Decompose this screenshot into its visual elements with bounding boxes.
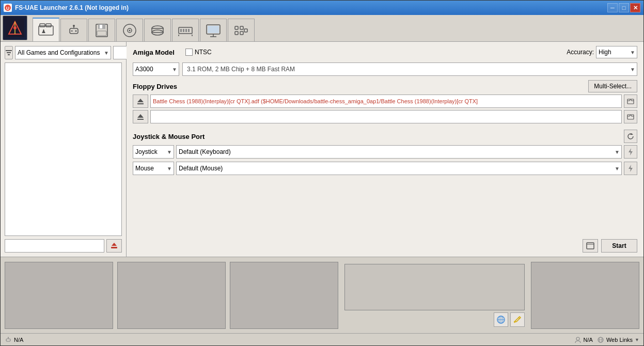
status-right-text: N/A — [584, 337, 593, 343]
main-window: U FS-UAE Launcher 2.6.1 (Not logged in) … — [0, 0, 644, 346]
port2-type-dropdown[interactable]: Joystick Mouse None — [133, 162, 174, 175]
window-title: FS-UAE Launcher 2.6.1 (Not logged in) — [15, 4, 129, 11]
multi-select-button[interactable]: Multi-Select... — [588, 80, 637, 92]
svg-rect-48 — [137, 103, 144, 104]
svg-rect-17 — [100, 25, 102, 28]
svg-marker-54 — [629, 148, 633, 155]
list-search-input[interactable] — [5, 239, 104, 253]
status-bar: N/A N/A Web Links ▼ — [1, 333, 643, 345]
web-links-status[interactable]: Web Links ▼ — [597, 336, 639, 343]
window-mode-button[interactable] — [583, 239, 598, 253]
app-icon: U — [4, 4, 12, 12]
eject-drive2-button[interactable] — [133, 110, 148, 123]
browse-drive2-button[interactable] — [624, 110, 637, 123]
floppy-section-header: Floppy Drives Multi-Select... — [133, 80, 637, 92]
joystick-section-header: Joystick & Mouse Port — [133, 130, 637, 143]
title-bar-left: U FS-UAE Launcher 2.6.1 (Not logged in) — [4, 4, 129, 12]
floppy-drive1-input[interactable] — [150, 95, 622, 108]
svg-point-25 — [160, 32, 162, 33]
tab-cd[interactable] — [116, 19, 143, 41]
svg-rect-64 — [6, 339, 10, 341]
web-links-icon — [597, 336, 604, 343]
svg-rect-45 — [111, 247, 117, 248]
edit-icon-button[interactable] — [510, 312, 525, 327]
svg-rect-40 — [240, 32, 243, 35]
port1-type-dropdown[interactable]: Joystick Mouse None — [133, 145, 174, 159]
import-button[interactable] — [106, 239, 122, 253]
web-links-text: Web Links — [606, 337, 633, 343]
minimize-button[interactable]: ─ — [607, 3, 618, 12]
svg-marker-50 — [137, 114, 144, 118]
svg-point-12 — [73, 25, 75, 27]
web-icon-button[interactable] — [494, 312, 508, 327]
amiga-model-dropdown[interactable]: A500 A600 A1200 A2000 A3000 A4000 — [133, 62, 179, 76]
ntsc-checkbox[interactable] — [185, 49, 193, 56]
svg-point-14 — [75, 30, 77, 32]
accuracy-dropdown[interactable]: Low Medium High — [596, 46, 637, 58]
start-button[interactable]: Start — [601, 239, 637, 253]
title-bar: U FS-UAE Launcher 2.6.1 (Not logged in) … — [1, 1, 643, 15]
info-text-box — [344, 264, 525, 310]
status-right: N/A Web Links ▼ — [574, 336, 639, 343]
status-left-text: N/A — [14, 337, 23, 343]
refresh-joystick-button[interactable] — [624, 130, 637, 143]
svg-marker-55 — [629, 165, 633, 172]
games-filter-dropdown[interactable]: All Games and Configurations Games Confi… — [15, 46, 111, 59]
screenshot-4 — [531, 262, 639, 329]
floppy-label: Floppy Drives — [133, 83, 177, 90]
status-user-icon — [574, 336, 582, 343]
floppy-drive2-input[interactable] — [150, 110, 622, 123]
svg-rect-8 — [46, 24, 51, 27]
tab-misc[interactable] — [228, 19, 255, 41]
svg-rect-27 — [180, 29, 182, 32]
eject-drive1-button[interactable] — [133, 95, 148, 108]
browse-drive1-button[interactable] — [624, 95, 637, 108]
svg-rect-44 — [8, 54, 10, 55]
tab-input[interactable] — [60, 19, 87, 41]
ntsc-label: NTSC — [195, 49, 212, 56]
toolbar: ♟ — [1, 15, 643, 42]
joystick-port1-row: Joystick Mouse None ▼ Default (Keyboard)… — [133, 145, 637, 159]
info-icons — [494, 312, 525, 327]
maximize-button[interactable]: □ — [619, 3, 629, 12]
screenshot-1 — [5, 262, 113, 329]
web-links-arrow-icon: ▼ — [635, 337, 639, 342]
top-row: Amiga Model NTSC Accuracy: Low Medium Hi… — [133, 46, 637, 58]
list-footer — [5, 239, 122, 253]
games-list[interactable] — [5, 62, 122, 236]
svg-point-66 — [8, 337, 9, 338]
svg-rect-41 — [244, 29, 247, 32]
close-button[interactable]: ✕ — [630, 3, 640, 12]
svg-rect-38 — [235, 32, 238, 35]
screenshot-2 — [117, 262, 226, 329]
bottom-panel — [1, 257, 643, 333]
port1-device-dropdown[interactable]: Default (Keyboard) — [176, 145, 622, 159]
tab-games[interactable]: ♟ — [33, 18, 59, 41]
accuracy-label: Accuracy: — [567, 49, 594, 56]
port1-lightning-button[interactable] — [624, 145, 637, 159]
port2-device-dropdown[interactable]: Default (Mouse) — [176, 162, 622, 175]
svg-text:♟: ♟ — [41, 28, 46, 34]
port2-lightning-button[interactable] — [624, 162, 637, 175]
tab-ram[interactable] — [172, 19, 199, 41]
screenshot-3 — [230, 262, 338, 329]
tab-display[interactable] — [200, 19, 227, 41]
filter-button[interactable] — [5, 46, 13, 59]
amiga-model-label: Amiga Model — [133, 49, 179, 56]
svg-rect-30 — [188, 29, 190, 32]
svg-rect-7 — [40, 24, 45, 27]
joystick-port2-row: Joystick Mouse None ▼ Default (Mouse) ▼ — [133, 162, 637, 175]
right-panel: Amiga Model NTSC Accuracy: Low Medium Hi… — [127, 42, 643, 257]
title-bar-controls: ─ □ ✕ — [607, 3, 640, 12]
svg-rect-56 — [587, 243, 594, 249]
floppy-section: Floppy Drives Multi-Select... — [133, 80, 637, 125]
model-row: A500 A600 A1200 A2000 A3000 A4000 ▼ 3.1 … — [133, 62, 637, 76]
svg-rect-43 — [7, 52, 11, 53]
info-panel — [342, 262, 527, 329]
svg-point-67 — [576, 337, 579, 340]
floppy-drive-2-row — [133, 110, 637, 123]
joystick-label: Joystick & Mouse Port — [133, 133, 205, 140]
tab-floppy[interactable] — [88, 19, 115, 41]
tab-harddrive[interactable] — [144, 19, 171, 41]
svg-text:U: U — [6, 6, 10, 11]
